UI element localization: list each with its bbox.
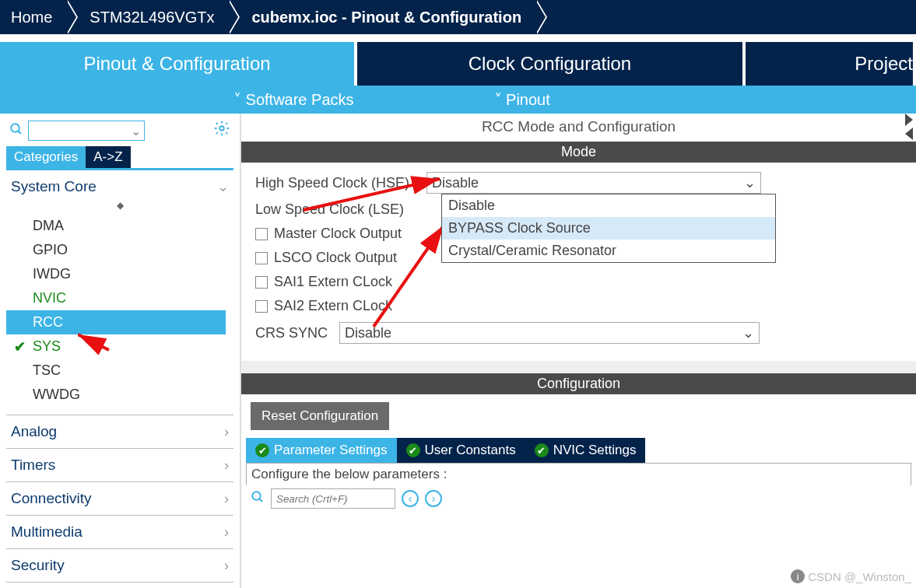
group-connectivity[interactable]: Connectivity› [6, 482, 233, 515]
pane-expander[interactable] [905, 114, 916, 140]
tab-categories-label: Categories [14, 149, 78, 164]
crs-select[interactable]: Disable ⌄ [339, 322, 760, 344]
periph-tsc[interactable]: TSC [6, 359, 233, 383]
periph-label: SYS [33, 338, 61, 354]
breadcrumb: Home STM32L496VGTx cubemx.ioc - Pinout &… [0, 0, 916, 34]
tab-pinout-label: Pinout & Configuration [83, 53, 270, 75]
periph-label: GPIO [33, 242, 68, 257]
chevron-right-icon: › [224, 491, 229, 507]
software-packs-menu[interactable]: ˅ Software Packs [233, 90, 354, 109]
periph-label: TSC [33, 362, 61, 378]
periph-label: IWDG [33, 266, 71, 282]
hse-option-crystal[interactable]: Crystal/Ceramic Resonator [442, 240, 775, 262]
hse-dropdown: Disable BYPASS Clock Source Crystal/Cera… [441, 194, 776, 263]
periph-sys[interactable]: ✔SYS [6, 334, 233, 359]
group-system-core-label: System Core [11, 178, 97, 195]
param-search-input[interactable] [271, 488, 395, 509]
tab-pinout-config[interactable]: Pinout & Configuration [0, 42, 354, 86]
group-label: Timers [11, 457, 55, 474]
tab-clock-config[interactable]: Clock Configuration [357, 42, 742, 86]
reset-btn-label: Reset Configuration [261, 408, 378, 423]
chevron-right-icon: › [224, 558, 229, 574]
group-system-core[interactable]: System Core ⌄ [6, 170, 233, 203]
tab-user-constants[interactable]: ✔User Constants [397, 438, 525, 463]
group-label: Connectivity [11, 490, 92, 507]
sai2-checkbox[interactable] [255, 300, 268, 313]
option-label: Crystal/Ceramic Resonator [448, 243, 616, 258]
periph-dma[interactable]: DMA [6, 214, 233, 238]
periph-nvic[interactable]: NVIC [6, 286, 233, 310]
tab-clock-label: Clock Configuration [469, 53, 631, 75]
svg-point-2 [219, 126, 224, 131]
periph-gpio[interactable]: GPIO [6, 238, 233, 262]
chevron-right-icon: › [224, 457, 229, 474]
sai1-checkbox[interactable] [255, 276, 268, 289]
tab-nvic-settings[interactable]: ✔NVIC Settings [525, 438, 646, 463]
chevron-down-icon: ⌄ [217, 178, 229, 195]
param-prompt: Configure the below parameters : [246, 463, 911, 485]
group-label: Security [11, 557, 65, 574]
lsco-label: LSCO Clock Output [274, 250, 397, 266]
group-analog[interactable]: Analog› [6, 415, 233, 448]
mco-checkbox[interactable] [255, 228, 268, 240]
group-label: Multimedia [11, 523, 82, 541]
periph-wwdg[interactable]: WWDG [6, 383, 233, 407]
crumb-chip[interactable]: STM32L496VGTx [66, 0, 228, 34]
check-icon: ✔ [14, 338, 26, 355]
mode-section-header: Mode [241, 142, 916, 163]
option-label: Disable [448, 198, 495, 213]
sai1-label: SAI1 Extern CLock [274, 274, 392, 290]
expand-left-icon [905, 114, 913, 126]
crs-label: CRS SYNC [255, 325, 339, 341]
tab-a-to-z[interactable]: A->Z [86, 146, 130, 168]
svg-line-4 [259, 499, 262, 502]
prev-match-button[interactable]: ‹ [402, 490, 419, 507]
tab-label: NVIC Settings [553, 443, 637, 458]
sai2-label: SAI2 Extern CLock [274, 298, 392, 314]
option-label: BYPASS Clock Source [448, 220, 591, 236]
peripheral-search-combo[interactable]: ⌄ [28, 121, 145, 141]
next-match-button[interactable]: › [425, 490, 442, 507]
periph-label: RCC [33, 314, 63, 330]
sub-bar: ˅ Software Packs ˅ Pinout [0, 86, 916, 114]
periph-label: DMA [33, 218, 64, 233]
mco-label: Master Clock Output [274, 226, 402, 242]
tab-categories[interactable]: Categories [6, 146, 86, 168]
hse-option-disable[interactable]: Disable [442, 194, 775, 217]
chevron-down-icon: ⌄ [742, 324, 754, 341]
chevron-right-icon: › [224, 424, 229, 440]
tab-parameter-settings[interactable]: ✔Parameter Settings [246, 438, 397, 463]
reset-configuration-button[interactable]: Reset Configuration [251, 402, 389, 430]
crumb-home[interactable]: Home [0, 0, 66, 34]
hse-option-bypass[interactable]: BYPASS Clock Source [442, 217, 775, 240]
hse-label: High Speed Clock (HSE) [255, 175, 426, 191]
periph-rcc[interactable]: RCC [6, 310, 226, 334]
peripheral-tree-pane: ⌄ Categories A->Z System Core ⌄ ◆ DMA GP… [0, 114, 241, 588]
group-label: Analog [11, 423, 57, 440]
config-pane: RCC Mode and Configuration Mode High Spe… [241, 114, 916, 588]
periph-label: NVIC [33, 290, 66, 306]
lsco-checkbox[interactable] [255, 252, 268, 264]
splitter[interactable] [241, 361, 916, 373]
search-icon [251, 490, 265, 508]
pinout-menu[interactable]: ˅ Pinout [494, 90, 550, 109]
check-circle-icon: ✔ [406, 443, 420, 457]
sort-icon[interactable]: ◆ [6, 200, 233, 211]
hse-value: Disable [432, 175, 479, 191]
check-circle-icon: ✔ [255, 443, 269, 457]
check-circle-icon: ✔ [535, 443, 549, 457]
group-timers[interactable]: Timers› [6, 449, 233, 481]
periph-iwdg[interactable]: IWDG [6, 262, 233, 286]
crumb-file[interactable]: cubemx.ioc - Pinout & Configuration [228, 0, 535, 34]
config-section-header: Configuration [241, 373, 916, 394]
gear-icon[interactable] [213, 120, 230, 142]
crumb-home-label: Home [11, 9, 52, 26]
tab-project-label: Project [855, 53, 913, 75]
svg-line-1 [18, 131, 21, 134]
group-security[interactable]: Security› [6, 549, 233, 582]
tab-project-manager[interactable]: Project [746, 42, 913, 86]
crumb-file-label: cubemx.ioc - Pinout & Configuration [251, 9, 521, 26]
tab-label: User Constants [425, 443, 516, 458]
group-multimedia[interactable]: Multimedia› [6, 516, 233, 548]
hse-select[interactable]: Disable ⌄ [426, 172, 761, 194]
